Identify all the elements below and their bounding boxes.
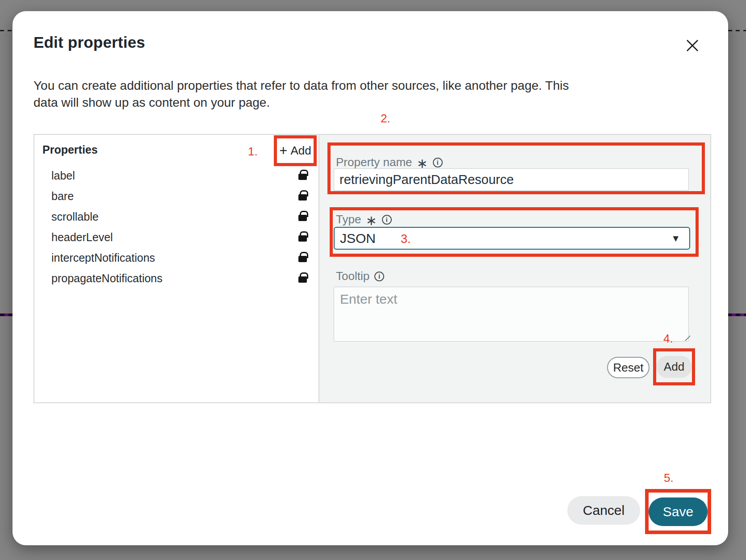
lock-icon — [298, 194, 307, 201]
tooltip-label-text: Tooltip — [336, 269, 369, 283]
guide-dash-mid-right — [727, 313, 746, 316]
info-icon[interactable]: i — [374, 272, 384, 281]
property-name: bare — [51, 190, 74, 202]
annotation-box-5: Save — [645, 489, 711, 534]
annotation-step-3: 3. — [401, 232, 411, 246]
cancel-button[interactable]: Cancel — [567, 496, 640, 525]
add-property-button[interactable]: + Add — [279, 144, 311, 158]
property-name-label: Property name ∗ i — [336, 155, 443, 170]
close-button[interactable] — [682, 35, 703, 57]
property-name-input[interactable] — [334, 168, 689, 191]
dialog-description: You can create additional properties tha… — [34, 77, 672, 111]
reset-button[interactable]: Reset — [607, 357, 650, 378]
form-add-button[interactable]: Add — [656, 356, 692, 378]
info-icon[interactable]: i — [382, 215, 392, 225]
type-selected-value: JSON — [335, 231, 376, 246]
lock-icon — [298, 215, 307, 221]
annotation-step-2: 2. — [381, 112, 390, 125]
annotation-step-4: 4. — [663, 332, 673, 346]
property-name: headerLevel — [51, 231, 113, 243]
guide-dash-mid-left — [0, 313, 13, 316]
property-row-label[interactable]: label — [34, 165, 318, 186]
screen: Edit properties You can create additiona… — [0, 0, 746, 560]
type-dropdown[interactable]: JSON 3. ▼ — [334, 227, 690, 250]
property-name: interceptNotifications — [51, 251, 155, 264]
property-name-label-text: Property name — [336, 155, 412, 169]
lock-icon — [298, 235, 307, 242]
description-line-2: data will show up as content on your pag… — [34, 96, 270, 109]
annotation-step-5: 5. — [664, 471, 674, 485]
properties-editor-panel: Properties 1. + Add label bare scrol — [34, 134, 711, 403]
properties-list-header: Properties — [42, 143, 98, 156]
annotation-box-4: Add — [653, 348, 695, 385]
description-line-1: You can create additional properties tha… — [34, 79, 569, 92]
lock-icon — [298, 276, 307, 283]
dialog-title: Edit properties — [34, 33, 145, 51]
required-icon: ∗ — [365, 213, 377, 228]
property-row-scrollable[interactable]: scrollable — [34, 206, 318, 227]
plus-icon: + — [279, 146, 287, 155]
annotation-step-1: 1. — [248, 145, 258, 159]
guide-dash-top-right — [728, 30, 746, 31]
chevron-down-icon: ▼ — [671, 233, 680, 244]
close-icon — [685, 38, 700, 54]
type-label-text: Type — [336, 213, 361, 226]
lock-icon — [298, 256, 307, 262]
add-property-label: Add — [290, 144, 311, 158]
properties-list: label bare scrollable headerLevel interc… — [34, 165, 318, 288]
type-label: Type ∗ i — [336, 212, 392, 227]
edit-properties-dialog: Edit properties You can create additiona… — [13, 11, 728, 545]
property-row-headerLevel[interactable]: headerLevel — [34, 227, 318, 247]
tooltip-textarea[interactable] — [334, 287, 689, 342]
property-row-interceptNotifications[interactable]: interceptNotifications — [34, 247, 318, 268]
property-name: propagateNotifications — [51, 272, 163, 284]
property-row-propagateNotifications[interactable]: propagateNotifications — [34, 268, 318, 288]
property-row-bare[interactable]: bare — [34, 186, 318, 206]
property-name: scrollable — [51, 210, 99, 223]
property-name: label — [51, 169, 75, 182]
guide-dash-top-left — [0, 30, 13, 31]
tooltip-label: Tooltip i — [336, 269, 384, 283]
info-icon[interactable]: i — [433, 158, 443, 167]
lock-icon — [298, 174, 307, 180]
annotation-box-1: + Add — [274, 135, 317, 166]
save-button[interactable]: Save — [649, 497, 708, 526]
